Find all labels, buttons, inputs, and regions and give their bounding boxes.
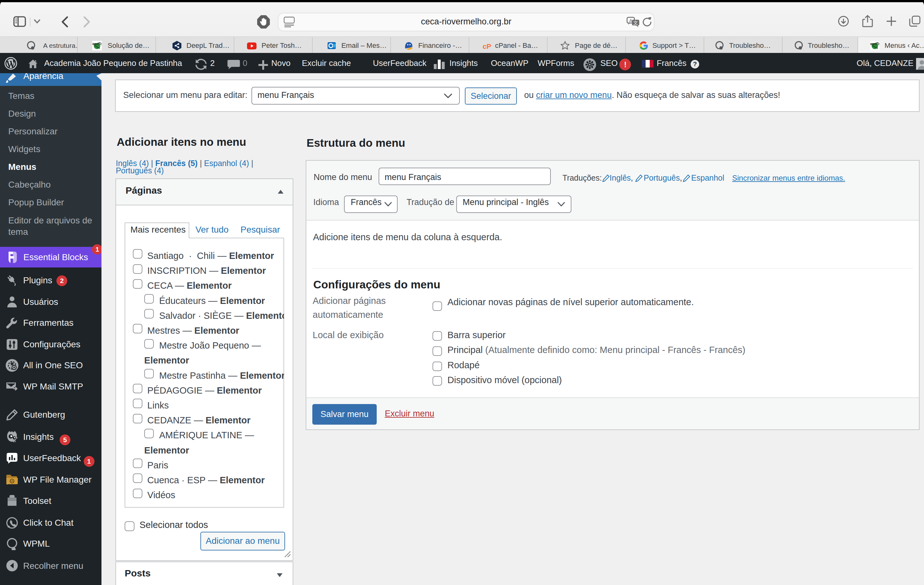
svg-text:文: 文: [633, 20, 638, 25]
svg-text:W: W: [10, 479, 14, 484]
svg-text:CEDANZE: CEDANZE: [92, 43, 102, 46]
svg-text:CEDANZE: CEDANZE: [870, 43, 879, 46]
svg-text:cP: cP: [483, 43, 491, 50]
svg-text:A: A: [629, 18, 632, 23]
